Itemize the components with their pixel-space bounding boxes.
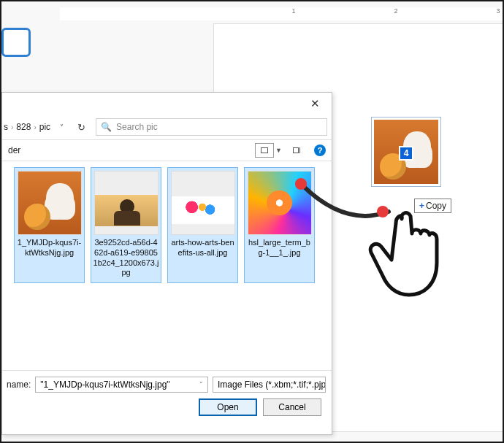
dialog-bottom-bar: name: "1_YMJDp-kqus7i-ktWtksNjg.jpg" ˅ I…: [2, 370, 332, 420]
tool-selected-shape[interactable]: [1, 28, 31, 57]
refresh-icon[interactable]: ↻: [72, 122, 90, 133]
chevron-right-icon: ›: [34, 123, 36, 131]
file-name: hsl_large_term_bg-1__1_.jpg: [246, 238, 313, 258]
search-placeholder: Search pic: [116, 122, 158, 132]
file-thumbnail: [171, 171, 235, 235]
file-name: 1_YMJDp-kqus7i-ktWtksNjg.jpg: [16, 238, 83, 258]
dialog-toolbar: der ▼ ?: [2, 139, 332, 161]
file-thumbnail: [248, 171, 312, 235]
drag-copy-tooltip: +Copy: [414, 199, 451, 213]
view-mode-dropdown[interactable]: ▼: [275, 147, 282, 154]
ruler: 1 2 3: [60, 7, 503, 20]
file-thumbnail: [94, 171, 159, 235]
dialog-navbar: s › 828 › pic ˅ ↻ 🔍 Search pic: [2, 115, 332, 139]
preview-pane-button[interactable]: [289, 143, 307, 158]
search-icon: 🔍: [101, 122, 112, 132]
view-mode-button[interactable]: [255, 143, 274, 158]
breadcrumb-item[interactable]: pic: [39, 122, 50, 132]
file-type-filter[interactable]: Image Files (*.xbm;*.tif;*.pjp;*.a ˅: [213, 377, 326, 393]
file-item[interactable]: 1_YMJDp-kqus7i-ktWtksNjg.jpg: [14, 167, 85, 283]
file-item[interactable]: arts-how-arts-benefits-us-all.jpg: [167, 167, 238, 283]
breadcrumb[interactable]: s › 828 › pic: [4, 122, 50, 132]
chevron-right-icon: ›: [11, 123, 13, 131]
ruler-mark: 2: [394, 7, 397, 15]
file-name: 3e9252cd-a56d-462d-a619-e998051b2c4_1200…: [93, 238, 159, 278]
ruler-mark: 1: [291, 7, 295, 15]
plus-icon: +: [419, 201, 424, 211]
breadcrumb-dropdown[interactable]: ˅: [53, 123, 69, 131]
dialog-titlebar: ✕: [2, 93, 332, 115]
chevron-down-icon[interactable]: ˅: [199, 381, 203, 388]
breadcrumb-item[interactable]: 828: [16, 122, 31, 132]
file-grid[interactable]: 1_YMJDp-kqus7i-ktWtksNjg.jpg 3e9252cd-a5…: [2, 161, 332, 370]
file-open-dialog: ✕ s › 828 › pic ˅ ↻ 🔍 Search pic der ▼ ?…: [1, 92, 332, 435]
copy-label: Copy: [426, 201, 446, 211]
file-item[interactable]: hsl_large_term_bg-1__1_.jpg: [244, 167, 315, 283]
filter-value: Image Files (*.xbm;*.tif;*.pjp;*.a: [218, 380, 326, 390]
cancel-button[interactable]: Cancel: [263, 398, 321, 416]
close-icon[interactable]: ✕: [303, 96, 327, 112]
filename-input[interactable]: "1_YMJDp-kqus7i-ktWtksNjg.jpg" ˅: [35, 377, 208, 393]
file-thumbnail: [18, 171, 82, 235]
drag-ghost-thumbnail: 4: [371, 117, 441, 187]
help-icon[interactable]: ?: [314, 145, 326, 156]
filename-label: name:: [7, 380, 31, 390]
filename-value: "1_YMJDp-kqus7i-ktWtksNjg.jpg": [40, 380, 169, 390]
open-button[interactable]: Open: [199, 398, 257, 416]
file-name: arts-how-arts-benefits-us-all.jpg: [169, 238, 236, 258]
search-input[interactable]: 🔍 Search pic: [96, 118, 327, 136]
drag-count-badge: 4: [399, 146, 413, 161]
organize-label[interactable]: der: [8, 145, 20, 155]
breadcrumb-item-label: s: [4, 122, 8, 132]
file-item[interactable]: 3e9252cd-a56d-462d-a619-e998051b2c4_1200…: [91, 167, 161, 283]
ruler-mark: 3: [496, 7, 500, 15]
